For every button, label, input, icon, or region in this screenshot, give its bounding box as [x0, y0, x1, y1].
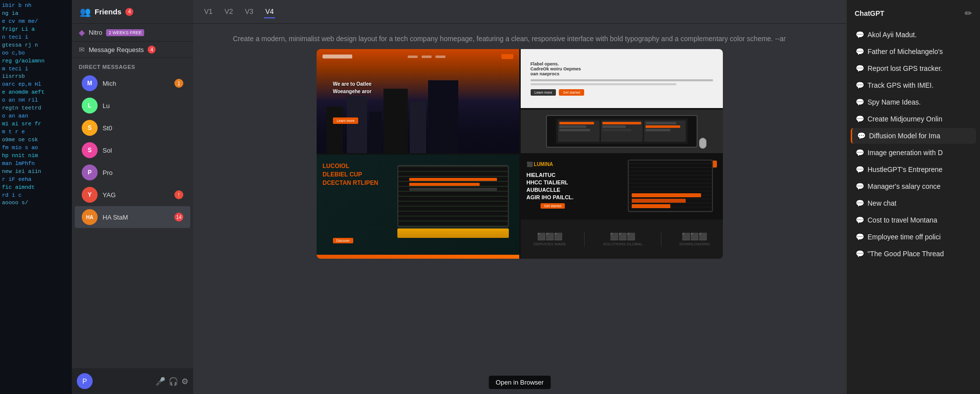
- bl-monitor: [397, 165, 509, 227]
- dm-item-sol[interactable]: S Sol: [75, 139, 190, 161]
- nitro-banner[interactable]: ◆ Nitro 2 WEEKS FREE: [72, 24, 193, 42]
- terminal-line: man lmPhfn: [2, 160, 70, 168]
- open-browser-button[interactable]: Open in Browser: [489, 376, 551, 389]
- history-item-gps-imei[interactable]: 💬 Track GPS with IMEI.: [851, 77, 976, 93]
- history-item-akol[interactable]: 💬 Akol Ayii Madut.: [851, 27, 976, 43]
- history-label-father: Father of Michelangelo's: [868, 48, 943, 56]
- chat-history-header: ChatGPT ✏: [847, 0, 980, 27]
- version-tab-v2[interactable]: V2: [223, 5, 234, 18]
- history-item-father[interactable]: 💬 Father of Michelangelo's: [851, 44, 976, 59]
- col1-bar1: [559, 122, 594, 124]
- image-grid-wrapper: We are to OatleeWoeangehe aror Learn mor…: [223, 49, 817, 394]
- footer-icons: 🎤 🎧 ⚙: [156, 377, 188, 386]
- terminal-line: regtn teetrd: [2, 105, 70, 113]
- dm-item-pro[interactable]: P Pro: [75, 162, 190, 183]
- message-requests[interactable]: ✉ Message Requests 4: [72, 42, 193, 58]
- terminal-line: ibir b nh: [2, 2, 70, 10]
- bl-cta[interactable]: Discover: [333, 238, 353, 243]
- terminal-line: o an nH ril: [2, 97, 70, 105]
- history-item-gps-lost[interactable]: 💬 Report lost GPS tracker.: [851, 60, 976, 76]
- mock-nav-links: [408, 56, 445, 58]
- stat-3: ⬛⬛⬛ DOWNLOADING: [679, 232, 709, 246]
- history-item-hustle[interactable]: 💬 HustleGPT's Entreprene: [851, 162, 976, 177]
- history-chat-icon-13: 💬: [856, 233, 864, 241]
- terminal-line: o9me oe csk: [2, 136, 70, 144]
- version-tab-v1[interactable]: V1: [203, 5, 214, 18]
- dm-avatar-1: M: [82, 75, 98, 91]
- history-item-manager[interactable]: 💬 Manager's salary conce: [851, 178, 976, 194]
- version-tab-v4[interactable]: V4: [264, 5, 274, 18]
- history-item-goodplace[interactable]: 💬 "The Good Place Thread: [851, 246, 976, 262]
- dm-badge-1: 1: [174, 79, 183, 88]
- history-item-imggen[interactable]: 💬 Image generation with D: [851, 145, 976, 161]
- dm-item-3[interactable]: S St0: [75, 117, 190, 139]
- history-chat-icon-7: 💬: [857, 132, 865, 140]
- headphone-icon[interactable]: 🎧: [168, 377, 178, 386]
- discord-user-footer: P 🎤 🎧 ⚙: [72, 368, 193, 394]
- terminal-line: r iF eeha: [2, 176, 70, 184]
- image-cell-br-bot: ⬛⬛⬛ SERVICES MADE ⬛⬛⬛ SOLUTIONS GLOBAL ⬛…: [521, 220, 723, 259]
- dm-section-label: DIRECT MESSAGES: [72, 60, 193, 72]
- col1-bar3: [559, 129, 590, 131]
- bl-screen: [398, 166, 508, 226]
- bl-keyboard: [397, 228, 509, 238]
- settings-icon[interactable]: ⚙: [181, 377, 188, 386]
- edit-icon[interactable]: ✏: [965, 8, 972, 19]
- dm-item-ha[interactable]: HA HA StaM 14: [75, 206, 190, 228]
- tr-top-buttons: Learn more Get started: [531, 89, 713, 96]
- version-tab-v3[interactable]: V3: [244, 5, 254, 18]
- terminal-line: m teci i: [2, 65, 70, 73]
- building-5: [410, 101, 426, 153]
- terminal-line: oo c,bo: [2, 50, 70, 57]
- building-4: [383, 89, 408, 153]
- discord-header: 👥 Friends 4: [72, 0, 193, 24]
- tr-btn-dark[interactable]: Learn more: [531, 89, 556, 96]
- mock-logo: [323, 55, 352, 58]
- history-chat-icon-12: 💬: [856, 216, 864, 224]
- history-item-diffusion[interactable]: 💬 Diffusion Model for Ima: [851, 128, 976, 144]
- version-tabs: V1 V2 V3 V4: [203, 5, 275, 18]
- image-right-col: Flabel opens.CadreOk woiru Oepmesoan nae…: [521, 49, 723, 153]
- terminal-line: iisrrsb: [2, 73, 70, 81]
- dm-badge-yag: !: [174, 190, 183, 199]
- history-item-travel[interactable]: 💬 Cost to travel Montana: [851, 212, 976, 228]
- history-item-timeoff[interactable]: 💬 Employee time off polici: [851, 229, 976, 245]
- dm-item-1[interactable]: M Mich 1: [75, 72, 190, 94]
- dm-item-2[interactable]: L Lu: [75, 95, 190, 116]
- stat-label-2: SOLUTIONS GLOBAL: [603, 242, 643, 246]
- terminal-line: m t r e: [2, 128, 70, 136]
- history-item-midjourney[interactable]: 💬 Create Midjourney Onlin: [851, 111, 976, 127]
- br-logo: ⬛ LUMINA: [527, 162, 553, 167]
- bl-screen-content: [409, 178, 497, 214]
- tr-btn-orange[interactable]: Get started: [559, 89, 584, 96]
- nitro-tag: 2 WEEKS FREE: [106, 29, 144, 36]
- terminal-line: rd i c: [2, 192, 70, 200]
- mic-icon[interactable]: 🎤: [156, 377, 165, 386]
- tr-top-line1: [531, 79, 713, 81]
- history-chat-icon-3: 💬: [856, 64, 864, 72]
- br-top-cta[interactable]: Get started: [541, 203, 565, 209]
- col2-bar3: [602, 129, 632, 131]
- building-2: [347, 96, 367, 154]
- image-cell-tl: We are to OatleeWoeangehe aror Learn mor…: [317, 49, 519, 153]
- history-chat-icon-8: 💬: [856, 149, 864, 157]
- dm-item-yag[interactable]: Y YAG !: [75, 184, 190, 206]
- history-item-spy[interactable]: 💬 Spy Name Ideas.: [851, 94, 976, 110]
- history-label-goodplace: "The Good Place Thread: [868, 250, 944, 258]
- tl-cta-button[interactable]: Learn more: [333, 117, 359, 124]
- stat-num-1: ⬛⬛⬛: [537, 232, 562, 240]
- history-item-newchat[interactable]: 💬 New chat: [851, 195, 976, 211]
- terminal-line: gtessa rj n: [2, 42, 70, 50]
- image-cell-tr-top: Flabel opens.CadreOk woiru Oepmesoan nae…: [521, 49, 723, 108]
- dm-text-sol: Sol: [103, 147, 183, 154]
- br-monitor-screen: [629, 161, 712, 211]
- dm-avatar-2: L: [82, 98, 98, 113]
- history-label-diffusion: Diffusion Model for Ima: [869, 132, 940, 140]
- top-nav: V1 V2 V3 V4: [193, 0, 846, 24]
- history-chat-icon-4: 💬: [856, 81, 864, 89]
- br-s-bar3: [632, 204, 670, 208]
- history-label-midjourney: Create Midjourney Onlin: [868, 115, 942, 123]
- nitro-icon: ◆: [79, 28, 85, 37]
- bl-bar3: [409, 188, 497, 191]
- col3-bar2: [646, 125, 680, 128]
